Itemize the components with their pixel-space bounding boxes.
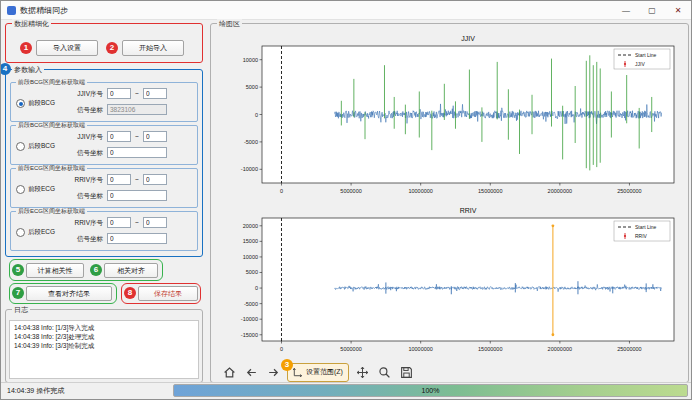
progress-bar: 100% <box>173 384 688 397</box>
save-result-button[interactable]: 保存结果 <box>138 286 198 301</box>
annotation-badge-8: 8 <box>124 287 136 299</box>
svg-text:10000000: 10000000 <box>408 188 432 194</box>
plot-panel: 绘图区 050000001000000015000000200000002500… <box>210 23 689 383</box>
coord-label: 信号坐标 <box>67 192 103 201</box>
radio-rear-bcg[interactable] <box>16 142 25 151</box>
back-icon[interactable] <box>243 364 260 381</box>
param-box-rear-bcg: 后段BCG区间坐标获取端 后段BCG JJIV序号 ~ 信号坐标 <box>10 125 198 165</box>
annotation-badge-4: 4 <box>0 63 11 75</box>
radio-front-bcg[interactable] <box>16 99 25 108</box>
svg-text:Start Line: Start Line <box>635 224 657 230</box>
left-panel: 数据精细化 1 导入设置 2 开始导入 参数输入 4 前段BCG区间坐标获取端 … <box>3 21 207 385</box>
log-line: 14:04:38 Info: [1/3]导入完成 <box>14 323 194 332</box>
svg-text:20000000: 20000000 <box>548 188 572 194</box>
seq-from-input[interactable] <box>107 88 131 99</box>
svg-text:20000: 20000 <box>243 223 258 229</box>
seq-from-input[interactable] <box>107 131 131 142</box>
annotation-badge-7: 7 <box>12 287 24 299</box>
seq-from-input[interactable] <box>107 174 131 185</box>
param-box-front-ecg: 前段ECG区间坐标获取端 前段ECG RRIV序号 ~ 信号坐标 <box>10 168 198 208</box>
svg-text:JJIV: JJIV <box>461 35 475 42</box>
svg-text:25000000: 25000000 <box>617 346 641 352</box>
annotation-badge-5: 5 <box>12 264 24 276</box>
save-icon[interactable] <box>398 364 415 381</box>
param-box-title: 后段BCG区间坐标获取端 <box>16 122 87 129</box>
radio-front-ecg[interactable] <box>16 185 25 194</box>
svg-text:RRIV: RRIV <box>635 233 648 239</box>
svg-text:10000: 10000 <box>243 254 258 260</box>
import-settings-button[interactable]: 导入设置 <box>36 40 98 56</box>
log-list[interactable]: 14:04:38 Info: [1/3]导入完成 14:04:38 Info: … <box>9 320 199 379</box>
coord-input[interactable] <box>107 104 167 115</box>
jjiv-chart[interactable]: 0500000010000000150000002000000025000000… <box>216 32 684 200</box>
seq-label: RRIV序号 <box>67 219 103 228</box>
range-icon <box>292 367 303 378</box>
coord-input[interactable] <box>107 190 167 201</box>
coord-input[interactable] <box>107 147 167 158</box>
coord-input[interactable] <box>107 233 167 244</box>
log-line: 14:04:39 Info: [3/3]绘制完成 <box>14 341 194 350</box>
plot-panel-title: 绘图区 <box>217 19 242 28</box>
svg-text:0: 0 <box>255 112 258 118</box>
svg-text:0: 0 <box>280 188 283 194</box>
param-box-title: 前段BCG区间坐标获取端 <box>16 79 87 86</box>
seq-label: JJIV序号 <box>67 133 103 142</box>
titlebar: 数据精细同步 — ▢ ✕ <box>1 1 691 20</box>
svg-text:-10000: -10000 <box>241 166 258 172</box>
tilde: ~ <box>135 219 139 226</box>
svg-text:JJIV: JJIV <box>635 61 645 67</box>
view-result-outline: 7 查看对齐结果 <box>9 283 117 304</box>
view-align-result-button[interactable]: 查看对齐结果 <box>26 286 112 301</box>
seq-to-input[interactable] <box>143 217 167 228</box>
seq-label: RRIV序号 <box>67 176 103 185</box>
tilde: ~ <box>135 176 139 183</box>
log-line: 14:04:38 Info: [2/3]处理完成 <box>14 332 194 341</box>
radio-rear-ecg[interactable] <box>16 228 25 237</box>
svg-text:RRIV: RRIV <box>460 207 477 214</box>
param-box-title: 前段ECG区间坐标获取端 <box>16 165 87 172</box>
pan-icon[interactable] <box>354 364 371 381</box>
maximize-button[interactable]: ▢ <box>639 1 665 19</box>
seq-to-input[interactable] <box>143 88 167 99</box>
seq-to-input[interactable] <box>143 174 167 185</box>
tilde: ~ <box>135 133 139 140</box>
svg-text:0: 0 <box>280 346 283 352</box>
app-window: 数据精细同步 — ▢ ✕ 数据精细化 1 导入设置 2 开始导入 参数输入 4 … <box>0 0 692 400</box>
rriv-chart[interactable]: 0500000010000000150000002000000025000000… <box>216 204 684 358</box>
svg-text:5000000: 5000000 <box>340 188 361 194</box>
param-box-rear-ecg: 后段ECG区间坐标获取端 后段ECG RRIV序号 ~ 信号坐标 <box>10 211 198 251</box>
svg-text:-5000: -5000 <box>244 139 258 145</box>
svg-text:Start Line: Start Line <box>635 52 657 58</box>
set-range-button[interactable]: 3 设置范围(Z) <box>287 363 349 382</box>
calc-align-outline: 5 计算相关性 6 相关对齐 <box>9 259 163 281</box>
svg-text:-10000: -10000 <box>241 316 258 322</box>
log-group: 日志 14:04:38 Info: [1/3]导入完成 14:04:38 Inf… <box>5 309 203 383</box>
calc-correlation-button[interactable]: 计算相关性 <box>26 263 84 278</box>
radio-label: 后段BCG <box>28 142 55 151</box>
annotation-badge-1: 1 <box>20 42 32 54</box>
params-group: 参数输入 4 前段BCG区间坐标获取端 前段BCG JJIV序号 ~ 信号坐标 … <box>5 69 203 257</box>
coord-label: 信号坐标 <box>67 149 103 158</box>
svg-text:20000000: 20000000 <box>548 346 572 352</box>
svg-text:-5000: -5000 <box>244 301 258 307</box>
minimize-button[interactable]: — <box>613 1 639 19</box>
annotation-badge-6: 6 <box>90 264 102 276</box>
params-group-title: 参数输入 <box>12 65 44 74</box>
svg-text:10000000: 10000000 <box>408 346 432 352</box>
svg-text:25000000: 25000000 <box>617 188 641 194</box>
forward-icon[interactable] <box>265 364 282 381</box>
param-box-front-bcg: 前段BCG区间坐标获取端 前段BCG JJIV序号 ~ 信号坐标 <box>10 82 198 122</box>
log-group-title: 日志 <box>12 305 30 314</box>
zoom-icon[interactable] <box>376 364 393 381</box>
seq-to-input[interactable] <box>143 131 167 142</box>
home-icon[interactable] <box>221 364 238 381</box>
app-icon <box>7 6 16 15</box>
seq-from-input[interactable] <box>107 217 131 228</box>
svg-text:5000: 5000 <box>246 84 258 90</box>
svg-text:10000: 10000 <box>243 57 258 63</box>
close-button[interactable]: ✕ <box>665 1 691 19</box>
start-import-button[interactable]: 开始导入 <box>122 40 184 56</box>
status-message: 14:04:39 操作完成 <box>7 386 64 396</box>
progress-label: 100% <box>422 387 440 394</box>
correlation-align-button[interactable]: 相关对齐 <box>104 263 158 278</box>
